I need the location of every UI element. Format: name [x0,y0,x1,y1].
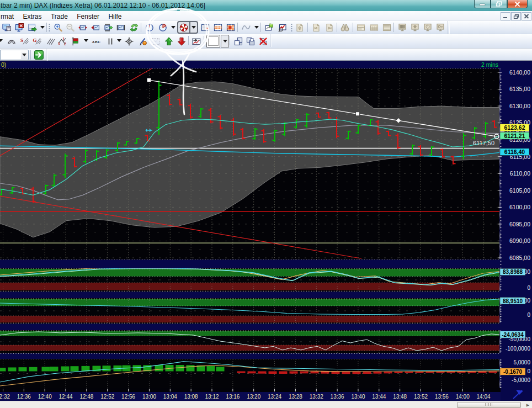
vertical-lines-button[interactable] [104,35,116,47]
dropdown-button[interactable] [253,22,260,33]
grid-mid-button[interactable] [212,22,224,33]
chart-shift-right-icon [104,23,113,32]
arrow-down-sell-button[interactable] [175,35,188,47]
price-axis-label: 6085,00 [509,255,530,261]
doc-left-icon [312,23,321,32]
chart-area: 0)2 mins6117,506140,006135,006130,006125… [0,61,532,401]
trendline-handle-square[interactable] [356,112,360,116]
g-draw-button[interactable]: G [31,35,43,47]
dropdown-button[interactable] [39,22,46,33]
text-abc-button[interactable]: ABC [90,35,102,47]
pie-wheel-button[interactable] [178,22,190,33]
apply-symbol-button[interactable] [33,49,44,60]
window-minimize-button[interactable] [474,0,491,8]
parallel-lines-button[interactable] [44,35,56,47]
time-axis-label: 13:00 [142,394,156,400]
chart-compress-button[interactable] [77,22,89,33]
pie-wheel-dropdown-button[interactable] [190,22,197,33]
pen-button[interactable] [137,35,149,47]
target-icon [125,37,134,46]
zoom-in-icon [54,23,62,32]
window-title-bar[interactable]: tbar 2 min) DAX (Indizes Xetra) 06.01.20… [0,0,532,11]
oversold-band [0,345,499,351]
price-axis-label: 6105,00 [509,187,530,194]
toolbar-edge [448,21,450,34]
color-dropdown-button[interactable] [221,35,229,47]
clock-pie-button[interactable] [157,22,169,33]
chart-canvas[interactable]: 0)2 mins6117,506140,006135,006130,006125… [0,61,532,401]
refresh-button[interactable] [128,22,140,33]
time-axis-label: 13:24 [268,394,281,400]
symbol-combobox[interactable] [0,50,29,60]
dropdown-button[interactable] [82,35,89,46]
screen-grid-button[interactable] [396,22,408,33]
screen-plus-icon [411,23,419,32]
window-title: tbar 2 min) DAX (Indizes Xetra) 06.01.20… [1,2,205,9]
dropdown-button[interactable] [115,35,123,46]
monitor-save-button[interactable] [1,22,13,33]
window-close-button[interactable] [507,0,528,8]
mdi-close-button[interactable] [522,12,531,20]
sub-axis-label: 5,0000 [513,359,530,365]
window-restore-button[interactable] [491,0,507,8]
list-quote-button[interactable] [355,22,367,33]
delete-objects-button[interactable] [257,35,269,47]
menu-format[interactable]: rmat [0,12,17,21]
chart-range-button[interactable] [115,22,127,33]
screen-grid-icon [398,23,407,32]
s-draw-button[interactable]: S [18,35,30,47]
combobox-dropdown-button[interactable] [21,51,28,59]
flag-button[interactable] [69,35,81,47]
list-quote-icon [357,23,365,32]
list-rows-button[interactable] [381,22,393,33]
menu-trade[interactable]: Trade [47,12,71,21]
screen-clock-button[interactable] [422,22,434,33]
grid-sparse-button[interactable] [199,22,211,33]
doc-right-button[interactable] [323,22,336,33]
clock-button[interactable] [143,22,156,33]
text-abc-icon: ABC [92,37,100,46]
doc-up-button[interactable] [294,22,306,33]
chart-horizontal-scrollbar[interactable]: ▶ [0,401,532,408]
dotted-chart-button[interactable] [150,35,162,47]
screen-plus-button[interactable] [409,22,421,33]
grid-dense-button[interactable] [225,22,237,33]
chart-scan-button[interactable] [276,22,289,33]
time-axis-label: 12:52 [100,394,114,400]
chart-compress-icon [78,23,87,32]
zoom-in-button[interactable] [52,22,64,33]
curve-button[interactable] [240,22,252,33]
chart-new-button[interactable] [263,22,275,33]
send-back-button[interactable] [244,35,257,47]
dropdown-button[interactable] [169,22,177,33]
menu-extras[interactable]: Extras [19,12,45,21]
chart-signal-icon [192,37,201,46]
screen-key-button[interactable] [434,22,446,33]
chart-signal-button[interactable] [190,35,203,47]
mdi-minimize-button[interactable] [501,12,510,20]
fibonacci-button[interactable]: 102 [56,35,68,47]
dropdown-button[interactable] [0,35,4,46]
delete-objects-icon [259,37,268,46]
chart-shift-right-button[interactable] [102,22,114,33]
menu-fenster[interactable]: Fenster [73,12,103,21]
mdi-restore-button[interactable] [511,12,521,20]
target-button[interactable] [123,35,135,47]
arc-button[interactable] [6,35,18,47]
color-swatch-button[interactable] [206,35,220,47]
arrow-up-buy-icon [164,37,173,46]
doc-left-button[interactable] [310,22,322,33]
monitor-close-button[interactable] [13,22,25,33]
fibonacci-icon: 102 [58,37,67,46]
table-arrow-button[interactable] [26,22,39,33]
scrollbar-right-arrow[interactable]: ▶ [524,402,531,408]
s-draw-icon: S [20,37,29,46]
chart-shift-left-button[interactable] [89,22,102,33]
menu-hilfe[interactable]: Hilfe [105,12,125,21]
arrow-up-buy-button[interactable] [163,35,175,47]
list-table-button[interactable] [368,22,380,33]
trendline-handle-square[interactable] [147,78,151,82]
zoom-out-button[interactable] [64,22,76,33]
binoculars-button[interactable] [339,22,351,33]
bring-front-button[interactable] [232,35,244,47]
